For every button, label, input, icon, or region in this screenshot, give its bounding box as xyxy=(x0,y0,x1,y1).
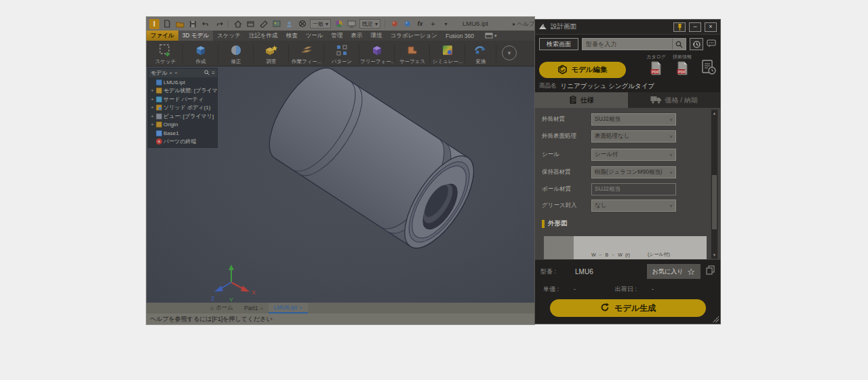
ribbon-group-surface[interactable]: サーフェス xyxy=(395,41,430,66)
form-row-ball-material: ボール材質 SUJ2相当 xyxy=(535,183,720,196)
parameters-fx-icon[interactable]: fx xyxy=(415,19,425,29)
doc-tab-part1[interactable]: Part1× xyxy=(239,303,269,314)
add-browser-icon[interactable]: + xyxy=(174,70,178,76)
tree-item-root[interactable]: LMU6.ipt xyxy=(150,78,217,87)
ribbon-tab-view[interactable]: 表示 xyxy=(347,31,367,41)
part-number-input[interactable] xyxy=(583,39,672,50)
ribbon-tab-3d-model[interactable]: 3D モデル xyxy=(178,31,213,41)
tree-item-model-states[interactable]: +モデル状態: [プライマリ] xyxy=(150,87,217,96)
search-screen-button[interactable]: 検索画面 xyxy=(539,38,578,50)
ribbon-group-simulation[interactable]: シミュレー... xyxy=(430,41,465,66)
minimize-button[interactable]: – xyxy=(689,22,701,32)
copy-icon[interactable] xyxy=(706,265,715,278)
browser-search-icon[interactable] xyxy=(204,70,210,77)
work-features-icon xyxy=(300,43,313,58)
grease-select[interactable]: なし˅ xyxy=(591,200,676,212)
measure-icon[interactable] xyxy=(258,19,269,29)
ribbon-tab-inspect[interactable]: 検査 xyxy=(282,31,302,41)
tech-info-pdf[interactable]: 技術情報 PDF xyxy=(673,54,692,78)
tree-item-third-party[interactable]: +サード パーティ xyxy=(150,95,217,104)
retainer-material-select[interactable]: 樹脂(ジュラコンM90相当)˅ xyxy=(591,166,676,178)
model-history-icon[interactable] xyxy=(701,59,716,78)
pdf-icon: PDF xyxy=(677,61,688,78)
ribbon-tab-sketch[interactable]: スケッチ xyxy=(213,31,245,41)
inventor-logo-icon[interactable]: I xyxy=(149,19,159,29)
ribbon-group-pattern[interactable]: パターン xyxy=(324,41,359,66)
doc-tab-lmu6[interactable]: LMU6.ipt× xyxy=(269,303,308,314)
truck-icon xyxy=(650,96,662,105)
help-search[interactable]: ▸ ヘルプを検索 xyxy=(513,17,534,31)
sheet-icon[interactable] xyxy=(245,19,256,29)
tab-price-delivery[interactable]: 価格 / 納期 xyxy=(628,92,721,108)
tree-item-origin[interactable]: +Origin xyxy=(150,121,217,130)
ribbon-group-create[interactable]: 作成 xyxy=(183,41,218,66)
close-browser-icon[interactable]: × xyxy=(170,70,173,76)
favorite-button[interactable]: お気に入り ☆ xyxy=(647,264,701,279)
spec-scrollbar[interactable]: ▲ ▼ xyxy=(711,109,718,259)
material-select[interactable]: 一般▾ xyxy=(310,19,331,28)
color-wheel-icon[interactable] xyxy=(334,19,344,29)
close-tab-icon[interactable]: × xyxy=(299,305,302,311)
close-tab-icon[interactable]: × xyxy=(260,305,263,311)
ribbon-tab-collaborate[interactable]: コラボレーション xyxy=(387,31,441,41)
ribbon-tab-environments[interactable]: 環境 xyxy=(367,31,387,41)
ribbon-display-options-icon[interactable]: ▾ xyxy=(485,31,497,41)
home-icon[interactable] xyxy=(233,19,243,29)
ribbon-group-modify[interactable]: 修正 xyxy=(218,41,254,66)
ribbon-collapse-button[interactable]: ▼ xyxy=(502,45,517,60)
price-delivery-row: 単価 : - 出荷日 : - xyxy=(535,283,720,295)
ribbon-group-work-features[interactable]: 作業フィー... xyxy=(289,41,324,66)
comment-icon[interactable] xyxy=(707,38,716,50)
tree-item-solid-bodies[interactable]: +ソリッド ボディ(1) xyxy=(150,104,217,113)
ball-material-field: SUJ2相当 xyxy=(591,183,676,195)
scroll-down-icon[interactable]: ▼ xyxy=(711,252,717,259)
ribbon-group-sketch[interactable]: スケッチ xyxy=(148,41,183,66)
undo-icon[interactable] xyxy=(201,19,211,29)
analysis-red-icon[interactable] xyxy=(389,19,399,29)
analysis-blue-icon[interactable] xyxy=(402,19,412,29)
ribbon-group-freeform[interactable]: フリーフォー... xyxy=(359,41,395,66)
part-number-row: 型番 : LMU6 お気に入り ☆ xyxy=(535,263,720,280)
pin-icon[interactable] xyxy=(673,22,686,32)
open-icon[interactable] xyxy=(175,19,185,29)
ribbon-tab-manage[interactable]: 管理 xyxy=(328,31,347,41)
tab-spec[interactable]: 仕様 xyxy=(535,92,628,108)
scroll-up-icon[interactable]: ▲ xyxy=(711,110,717,117)
ribbon-group-convert[interactable]: 変換 xyxy=(465,41,496,66)
model-edit-button[interactable]: モデル編集 xyxy=(539,62,626,78)
close-button[interactable]: × xyxy=(705,22,717,32)
tree-item-view[interactable]: +ビュー: [プライマリ] xyxy=(150,112,217,121)
doc-tab-home[interactable]: ⌂ホーム xyxy=(205,303,239,314)
history-icon[interactable] xyxy=(690,38,703,50)
browser-menu-icon[interactable]: ≡ xyxy=(212,70,215,76)
save-icon[interactable] xyxy=(188,19,198,29)
tree-item-end-of-part[interactable]: ×パーツの終端 xyxy=(150,138,217,147)
resize-grip[interactable] xyxy=(713,316,719,322)
catalog-pdf[interactable]: カタログ PDF xyxy=(646,54,666,78)
generate-model-button[interactable]: モデル生成 xyxy=(550,299,706,317)
material-icon[interactable] xyxy=(284,19,294,29)
surface-treatment-select[interactable]: 表面処理なし˅ xyxy=(591,130,676,142)
outline-drawing-title: 外形図 xyxy=(548,219,568,228)
screen-settings-icon[interactable] xyxy=(347,19,357,29)
viewport-3d[interactable]: Y X Z モデル × + ≡ LMU6.ipt +モデル状態: [プライマリ] xyxy=(146,66,534,303)
ribbon-tab-annotate[interactable]: 注記を作成 xyxy=(245,31,282,41)
status-bar: ヘルプを参照するには[F1]を押してください xyxy=(146,314,534,324)
ribbon-tab-tools[interactable]: ツール xyxy=(302,31,328,41)
part-document-icon xyxy=(156,79,162,86)
scrollbar-thumb[interactable] xyxy=(712,175,717,229)
tree-item-base1[interactable]: Base1 xyxy=(150,129,217,138)
outer-material-select[interactable]: SUJ2相当˅ xyxy=(591,113,676,126)
redo-icon[interactable] xyxy=(214,19,224,29)
search-icon[interactable] xyxy=(672,39,686,50)
ribbon-tab-file[interactable]: ファイル xyxy=(146,31,178,41)
new-document-icon[interactable] xyxy=(162,19,172,29)
seal-select[interactable]: シール付˅ xyxy=(591,149,676,161)
clear-appearance-icon[interactable] xyxy=(297,19,307,29)
insert-image-icon[interactable] xyxy=(271,19,281,29)
appearance-select[interactable]: 既定▾ xyxy=(359,19,380,28)
section-accent-bar xyxy=(542,220,545,228)
ribbon-tab-fusion360[interactable]: Fusion 360 xyxy=(441,31,478,41)
product-name-label: 商品名 xyxy=(539,82,557,90)
ribbon-group-inspect[interactable]: 調査 xyxy=(254,41,289,66)
